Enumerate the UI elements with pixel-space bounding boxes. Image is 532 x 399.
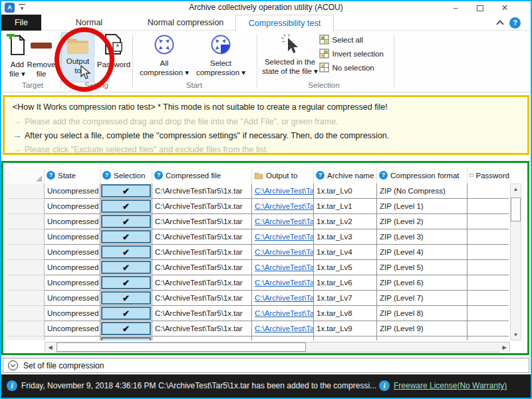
cell-password[interactable] xyxy=(467,214,509,229)
cell-archive-name[interactable]: 1x.tar_Lv0 xyxy=(314,184,377,199)
output-folder-link[interactable]: C:\ArchiveTest\Tar5 xyxy=(255,325,314,332)
row-header[interactable] xyxy=(7,291,45,306)
selection-checkbox[interactable]: ✔ xyxy=(101,291,151,305)
tab-file[interactable]: File xyxy=(1,15,41,31)
cell-state[interactable]: Uncompressed xyxy=(45,199,100,214)
output-folder-link[interactable]: C:\ArchiveTest\Tar5 xyxy=(255,340,314,340)
select-all-button[interactable]: Select all xyxy=(319,33,363,47)
cell-output-to[interactable]: C:\ArchiveTest\Tar5 xyxy=(252,199,314,214)
cell-state[interactable]: Uncompressed xyxy=(45,291,100,306)
cell-selection[interactable]: ✔ xyxy=(100,214,152,229)
cell-archive-name[interactable]: 1x.tar_Bz2 xyxy=(314,336,377,340)
cell-state[interactable]: Uncompressed xyxy=(45,336,100,340)
row-header[interactable] xyxy=(7,199,45,214)
row-header[interactable] xyxy=(7,184,45,199)
cell-archive-name[interactable]: 1x.tar_Lv9 xyxy=(314,321,377,336)
cell-output-to[interactable]: C:\ArchiveTest\Tar5 xyxy=(252,306,314,321)
cell-compression-format[interactable]: ZIP (Level 9) xyxy=(377,321,467,336)
cell-password[interactable] xyxy=(467,275,509,291)
cell-compressed-file[interactable]: C:\ArchiveTest\Tar5\1x.tar xyxy=(152,260,252,275)
select-all-corner[interactable] xyxy=(7,167,45,184)
output-folder-link[interactable]: C:\ArchiveTest\Tar5 xyxy=(255,279,314,287)
help-icon[interactable]: ? xyxy=(509,17,521,29)
output-folder-link[interactable]: C:\ArchiveTest\Tar5 xyxy=(255,248,314,256)
header-archive-name[interactable]: ?Archive name xyxy=(314,167,377,184)
cell-archive-name[interactable]: 1x.tar_Lv2 xyxy=(314,214,377,229)
row-header[interactable] xyxy=(7,336,45,340)
cell-archive-name[interactable]: 1x.tar_Lv3 xyxy=(314,229,377,245)
file-compression-expander[interactable]: Set of file compression xyxy=(3,358,529,373)
cell-output-to[interactable]: C:\ArchiveTest\Tar5 xyxy=(252,275,314,291)
tab-normal-extraction[interactable]: Normal extraction xyxy=(57,15,121,31)
cell-archive-name[interactable]: 1x.tar_Lv7 xyxy=(314,291,377,306)
header-selection[interactable]: ?Selection xyxy=(100,167,152,184)
password-button[interactable]: * Password xyxy=(96,34,131,69)
cell-archive-name[interactable]: 1x.tar_Lv8 xyxy=(314,306,377,321)
cell-compression-format[interactable]: ZIP (Level 7) xyxy=(377,291,467,306)
cell-selection[interactable]: ✔ xyxy=(100,245,152,260)
output-folder-link[interactable]: C:\ArchiveTest\Tar5 xyxy=(255,294,314,302)
row-header[interactable] xyxy=(7,321,45,336)
cell-compression-format[interactable]: ZIP (Level 4) xyxy=(377,245,467,260)
cell-selection[interactable]: ✔ xyxy=(100,229,152,245)
selected-state-button[interactable]: Selected in the state of the file ▾ xyxy=(259,33,321,76)
cell-compressed-file[interactable]: C:\ArchiveTest\Tar5\1x.tar xyxy=(152,214,252,229)
cell-archive-name[interactable]: 1x.tar_Lv1 xyxy=(314,199,377,214)
cell-password[interactable] xyxy=(467,184,509,199)
output-folder-link[interactable]: C:\ArchiveTest\Tar5 xyxy=(255,217,314,225)
selection-checkbox[interactable]: ✔ xyxy=(101,215,151,228)
vertical-scroll-thumb[interactable] xyxy=(511,198,521,221)
select-compression-button[interactable]: Select compression ▾ xyxy=(193,34,249,77)
cell-password[interactable] xyxy=(467,291,509,306)
cell-output-to[interactable]: C:\ArchiveTest\Tar5 xyxy=(252,291,314,306)
selection-checkbox[interactable]: ✔ xyxy=(101,307,151,320)
minimize-button[interactable]: – xyxy=(446,1,466,15)
output-folder-link[interactable]: C:\ArchiveTest\Tar5 xyxy=(255,187,314,195)
cell-compression-format[interactable]: ZIP (BZip2) xyxy=(377,336,467,340)
selection-checkbox[interactable]: ✔ xyxy=(101,230,151,243)
cell-archive-name[interactable]: 1x.tar_Lv4 xyxy=(314,245,377,260)
remove-file-button[interactable]: Remove file xyxy=(31,34,56,78)
selection-checkbox[interactable]: ✔ xyxy=(101,261,151,274)
cell-state[interactable]: Uncompressed xyxy=(45,214,100,229)
vertical-scrollbar[interactable]: ▲ ▼ xyxy=(510,184,521,340)
selection-checkbox[interactable]: ✔ xyxy=(101,245,151,259)
maximize-button[interactable] xyxy=(470,1,490,15)
row-header[interactable] xyxy=(7,275,45,291)
cell-compressed-file[interactable]: C:\ArchiveTest\Tar5\1x.tar xyxy=(152,184,252,199)
cell-selection[interactable]: ✔ xyxy=(100,260,152,275)
cell-compressed-file[interactable]: C:\ArchiveTest\Tar5\1x.tar xyxy=(152,321,252,336)
output-folder-link[interactable]: C:\ArchiveTest\Tar5 xyxy=(255,309,314,317)
cell-compression-format[interactable]: ZIP (Level 8) xyxy=(377,306,467,321)
header-password[interactable]: * Password xyxy=(467,167,511,184)
row-header[interactable] xyxy=(7,229,45,245)
horizontal-scrollbar[interactable]: ◀ ▶ xyxy=(45,342,510,352)
header-output-to[interactable]: Output to xyxy=(252,167,314,184)
cell-state[interactable]: Uncompressed xyxy=(45,245,100,260)
header-compressed-file[interactable]: ?Compressed file xyxy=(152,167,252,184)
cell-compression-format[interactable]: ZIP (Level 1) xyxy=(377,199,467,214)
row-header[interactable] xyxy=(7,214,45,229)
row-header[interactable] xyxy=(7,245,45,260)
cell-password[interactable] xyxy=(467,245,509,260)
cell-compressed-file[interactable]: C:\ArchiveTest\Tar5\1x.tar xyxy=(152,291,252,306)
cell-output-to[interactable]: C:\ArchiveTest\Tar5 xyxy=(252,321,314,336)
horizontal-scroll-thumb[interactable] xyxy=(57,342,306,352)
scroll-up-icon[interactable]: ▲ xyxy=(511,184,521,194)
cell-output-to[interactable]: C:\ArchiveTest\Tar5 xyxy=(252,214,314,229)
no-selection-button[interactable]: No selection xyxy=(319,61,374,74)
cell-compression-format[interactable]: ZIP (Level 6) xyxy=(377,275,467,291)
tab-compressibility-test[interactable]: Compressibility test xyxy=(235,15,334,31)
cell-archive-name[interactable]: 1x.tar_Lv5 xyxy=(314,260,377,275)
close-button[interactable]: ✕ xyxy=(495,1,515,15)
tab-normal-compression[interactable]: Normal compression xyxy=(146,15,225,31)
cell-compressed-file[interactable]: C:\ArchiveTest\Tar5\1x.tar xyxy=(152,275,252,291)
cell-compression-format[interactable]: ZIP (No Compress) xyxy=(377,184,467,199)
header-state[interactable]: ?State xyxy=(45,167,100,184)
selection-checkbox[interactable]: ✔ xyxy=(101,276,151,289)
selection-checkbox[interactable]: ✔ xyxy=(101,200,151,213)
cell-state[interactable]: Uncompressed xyxy=(45,260,100,275)
cell-output-to[interactable]: C:\ArchiveTest\Tar5 xyxy=(252,229,314,245)
selection-checkbox[interactable]: ✔ xyxy=(101,337,151,340)
header-compression-format[interactable]: ?Compression format xyxy=(377,167,467,184)
